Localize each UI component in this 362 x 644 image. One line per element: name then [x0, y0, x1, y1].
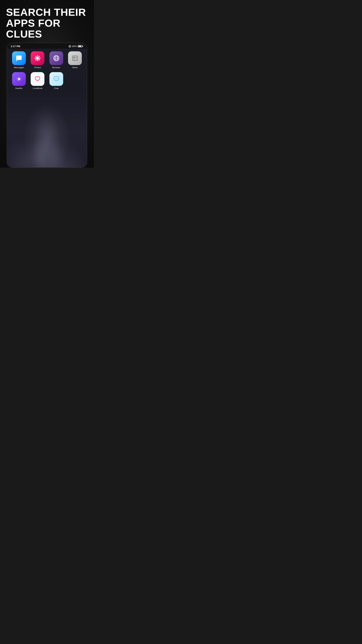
- chat-label: Chat: [54, 87, 58, 90]
- app-messages[interactable]: Messages: [10, 51, 27, 69]
- photos-label: Photos: [34, 66, 41, 69]
- svg-point-5: [35, 56, 36, 57]
- phone-frame: 2:17 PM 90%: [7, 43, 87, 168]
- svg-point-8: [39, 59, 40, 60]
- svg-point-6: [39, 56, 40, 57]
- news-label: News: [72, 66, 78, 69]
- status-time: 2:17 PM: [11, 45, 20, 48]
- interflix-icon: [12, 72, 26, 86]
- battery-icon: [78, 45, 83, 47]
- news-icon: [68, 51, 82, 65]
- svg-point-0: [36, 57, 39, 60]
- photos-icon: [31, 51, 44, 65]
- battery-percent: 90%: [72, 45, 77, 48]
- messages-icon: [12, 51, 26, 65]
- messages-label: Messages: [14, 66, 24, 69]
- svg-point-25: [57, 78, 58, 79]
- app-news[interactable]: News: [66, 51, 84, 69]
- app-interflix[interactable]: Interflix: [10, 72, 27, 90]
- lovebook-label: LoveBook: [33, 87, 42, 90]
- svg-point-2: [37, 60, 38, 61]
- phone-wallpaper: Messages Phot: [7, 49, 87, 168]
- interflix-label: Interflix: [15, 87, 22, 90]
- status-bar: 2:17 PM 90%: [7, 43, 87, 49]
- svg-rect-15: [73, 57, 75, 58]
- headline: SEARCH THEIR APPS FOR CLUES: [0, 0, 94, 43]
- app-grid: Messages Phot: [7, 49, 87, 93]
- browser-icon: [49, 51, 63, 65]
- lovebook-icon: [31, 72, 44, 86]
- app-chat[interactable]: Chat: [48, 72, 65, 90]
- svg-point-4: [39, 58, 40, 59]
- browser-label: Browser: [52, 66, 60, 69]
- headline-line2: APPS FOR CLUES: [6, 18, 88, 40]
- chat-icon: [49, 72, 63, 86]
- svg-point-23: [55, 78, 56, 79]
- dnd-icon: [69, 45, 71, 48]
- svg-point-24: [56, 78, 57, 79]
- status-right: 90%: [69, 45, 83, 48]
- app-photos[interactable]: Photos: [29, 51, 46, 69]
- app-lovebook[interactable]: LoveBook: [29, 72, 46, 90]
- svg-point-3: [35, 58, 36, 59]
- app-browser[interactable]: Browser: [48, 51, 65, 69]
- svg-point-7: [35, 59, 36, 60]
- svg-point-1: [37, 55, 38, 56]
- headline-line1: SEARCH THEIR: [6, 7, 88, 18]
